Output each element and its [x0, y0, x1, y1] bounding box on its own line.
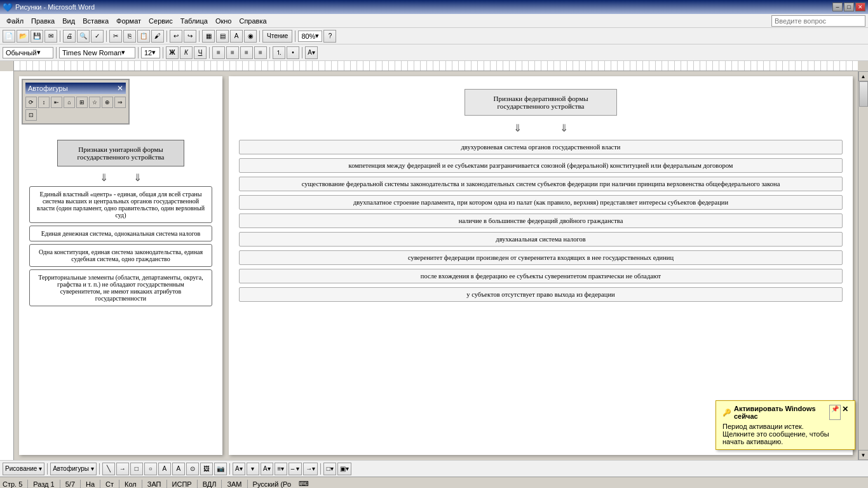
num-list-button[interactable]: ⒈ [273, 46, 285, 59]
redo-button[interactable]: ↪ [184, 30, 196, 43]
as-icon-4[interactable]: ⌂ [64, 97, 75, 108]
toggle-reading[interactable]: Чтение [262, 30, 292, 43]
diagram-button[interactable]: ⊙ [186, 463, 199, 475]
minimize-button[interactable]: – [832, 3, 843, 11]
font-selector[interactable]: Times New Roman▾ [59, 47, 135, 58]
menu-window[interactable]: Окно [212, 16, 236, 26]
insert-word-art[interactable]: A [230, 30, 243, 43]
page2-title-box: Признаки федеративной формы государствен… [465, 89, 617, 116]
underline-button[interactable]: Ч [194, 46, 207, 59]
line-button[interactable]: ╲ [102, 463, 115, 475]
as-icon-1[interactable]: ⟳ [25, 97, 37, 108]
page1-arrow: ⇓ ⇓ [29, 172, 212, 184]
line-color-button[interactable]: ▾ [247, 463, 259, 475]
preview-button[interactable]: 🔍 [77, 30, 90, 43]
menu-tools[interactable]: Сервис [145, 16, 177, 26]
dash-style-button[interactable]: – ▾ [288, 463, 302, 475]
autoshapes-close-button[interactable]: ✕ [117, 84, 123, 93]
as-icon-7[interactable]: ⊕ [102, 97, 113, 108]
close-button[interactable]: ✕ [855, 3, 865, 11]
align-center-button[interactable]: ≡ [226, 46, 239, 59]
status-icon: ⌨ [299, 480, 309, 488]
textbox-button[interactable]: A [158, 463, 171, 475]
help-search-input[interactable] [771, 15, 865, 27]
arrow-button[interactable]: → [116, 463, 129, 475]
insert-table-button[interactable]: ▦ [202, 30, 215, 43]
page2-arrow-left: ⇓ [513, 122, 522, 134]
font-color-button[interactable]: A▾ [261, 463, 273, 475]
maximize-button[interactable]: □ [844, 3, 854, 11]
bullet-list-button[interactable]: • [287, 46, 299, 59]
status-ispr: ИСПР [172, 480, 192, 488]
page-1: Автофигуры ✕ ⟳ ↕ ⇤ ⌂ ⊞ ☆ ⊕ ⇒ ⊡ [19, 76, 222, 455]
page1-box-3: Одна конституция, единая система законод… [29, 244, 212, 267]
popup-close-button[interactable]: ✕ [842, 405, 848, 420]
insert-pic-button[interactable]: 📷 [214, 463, 227, 475]
as-icon-2[interactable]: ↕ [38, 97, 50, 108]
status-st: Ст [105, 480, 114, 488]
menu-file[interactable]: Файл [3, 16, 27, 26]
as-icon-3[interactable]: ⇤ [51, 97, 62, 108]
page2-arrow-right: ⇓ [560, 122, 568, 134]
menu-insert[interactable]: Вставка [79, 16, 112, 26]
font-size-selector[interactable]: 12▾ [141, 47, 160, 58]
bold-button[interactable]: Ж [166, 46, 179, 59]
open-button[interactable]: 📂 [17, 30, 29, 43]
menu-help[interactable]: Справка [235, 16, 270, 26]
autoshapes-panel: Автофигуры ✕ ⟳ ↕ ⇤ ⌂ ⊞ ☆ ⊕ ⇒ ⊡ [22, 79, 130, 125]
as-icon-8[interactable]: ⇒ [114, 97, 126, 108]
email-button[interactable]: ✉ [44, 30, 57, 43]
arrow-style-button[interactable]: →▾ [303, 463, 318, 475]
wordart-button[interactable]: A [172, 463, 185, 475]
align-justify-button[interactable]: ≡ [254, 46, 267, 59]
as-icon-6[interactable]: ☆ [89, 97, 100, 108]
page2-box-4: двухпалатное строение парламента, при ко… [239, 195, 843, 210]
line-style-button[interactable]: ≡▾ [275, 463, 287, 475]
copy-button[interactable]: ⎘ [123, 30, 136, 43]
scroll-up-button[interactable]: ▲ [858, 71, 869, 81]
scroll-track[interactable] [858, 81, 868, 450]
vertical-scrollbar: ▲ ▼ [858, 71, 868, 460]
autoshapes-button[interactable]: Автофигуры ▾ [50, 463, 97, 475]
zoom-selector[interactable]: 80%▾ [298, 30, 322, 42]
menu-table[interactable]: Таблица [177, 16, 212, 26]
menu-format[interactable]: Формат [112, 16, 145, 26]
popup-controls: 📌 ✕ [829, 405, 848, 420]
paste-button[interactable]: 📋 [137, 30, 150, 43]
align-right-button[interactable]: ≡ [240, 46, 253, 59]
scroll-thumb[interactable] [859, 81, 868, 107]
italic-button[interactable]: К [180, 46, 193, 59]
scroll-down-button[interactable]: ▼ [858, 450, 869, 460]
insert-columns-button[interactable]: ▤ [216, 30, 229, 43]
as-icon-5[interactable]: ⊞ [76, 97, 88, 108]
save-button[interactable]: 💾 [31, 30, 43, 43]
menu-edit[interactable]: Правка [27, 16, 58, 26]
align-left-button[interactable]: ≡ [212, 46, 225, 59]
draw-menu-button[interactable]: Рисование ▾ [3, 463, 44, 475]
page2-box-7: суверенитет федерации произведен от суве… [239, 250, 843, 265]
rect-button[interactable]: □ [130, 463, 143, 475]
cut-button[interactable]: ✂ [109, 30, 122, 43]
page1-title-box: Признаки унитарной формы государственног… [57, 140, 184, 166]
spell-button[interactable]: ✓ [91, 30, 104, 43]
page1-box-4: Территориальные элементы (области, депар… [29, 269, 212, 306]
shadow-button[interactable]: □▾ [323, 463, 336, 475]
undo-button[interactable]: ↩ [170, 30, 182, 43]
insert-diagram[interactable]: ◉ [244, 30, 257, 43]
new-button[interactable]: 📄 [3, 30, 15, 43]
style-selector[interactable]: Обычный▾ [3, 47, 53, 58]
clip-art-button[interactable]: 🖼 [200, 463, 213, 475]
print-button[interactable]: 🖨 [63, 30, 76, 43]
menu-view[interactable]: Вид [58, 16, 79, 26]
popup-pin-button[interactable]: 📌 [829, 405, 841, 420]
toolbar-standard: 📄 📂 💾 ✉ 🖨 🔍 ✓ ✂ ⎘ 📋 🖌 ↩ ↪ ▦ ▤ A ◉ Чтение… [0, 28, 868, 44]
help-button[interactable]: ? [323, 30, 336, 43]
as-icon-9[interactable]: ⊡ [25, 109, 37, 121]
oval-button[interactable]: ○ [144, 463, 157, 475]
3d-button[interactable]: ▣▾ [337, 463, 351, 475]
page-2: Признаки федеративной формы государствен… [229, 76, 853, 455]
color-button[interactable]: A▾ [305, 46, 318, 59]
format-painter[interactable]: 🖌 [151, 30, 164, 43]
activation-popup[interactable]: 🔑 Активировать Windows сейчас 📌 ✕ Период… [715, 400, 855, 450]
fill-color-button[interactable]: A▾ [233, 463, 245, 475]
